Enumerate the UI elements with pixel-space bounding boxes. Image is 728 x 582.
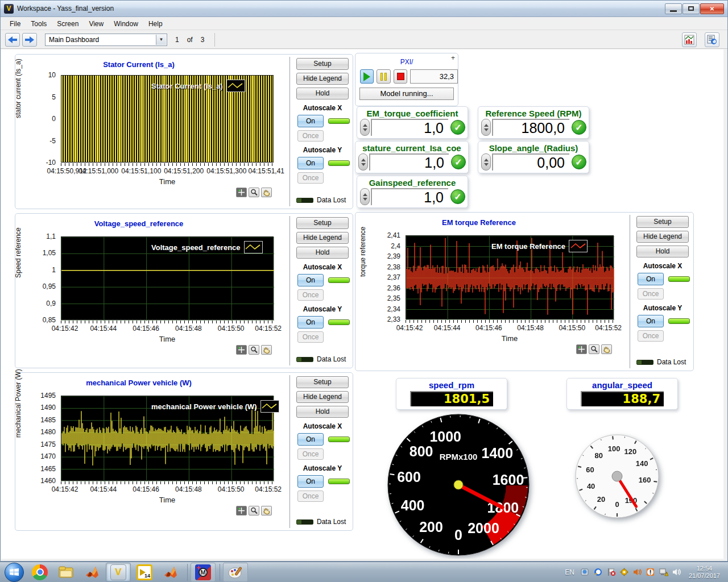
minimize-button[interactable] xyxy=(665,3,682,14)
menu-tools[interactable]: Tools xyxy=(26,18,51,30)
increment-decrement-spinner[interactable] xyxy=(481,119,491,136)
back-button[interactable] xyxy=(5,33,20,47)
accept-check-icon[interactable]: ✓ xyxy=(450,189,465,204)
hide-legend-button[interactable]: Hide Legend xyxy=(296,232,349,244)
autoscale-y-once-button[interactable]: Once xyxy=(297,172,324,184)
pause-button[interactable] xyxy=(377,69,390,84)
autoscale-x-once-button[interactable]: Once xyxy=(297,448,324,460)
menu-file[interactable]: File xyxy=(5,18,25,30)
forward-button[interactable] xyxy=(22,33,37,47)
zoom-tool-button[interactable] xyxy=(249,506,259,516)
chevron-down-icon[interactable]: ▼ xyxy=(156,35,166,45)
control-value-field[interactable]: 1,0 xyxy=(371,188,448,205)
autoscale-x-on-button[interactable]: On xyxy=(297,115,324,127)
autoscale-x-on-button[interactable]: On xyxy=(297,274,324,286)
language-indicator[interactable]: EN xyxy=(565,568,574,576)
hold-button[interactable]: Hold xyxy=(636,246,689,257)
plot-legend[interactable]: Stator Current (Is_a) xyxy=(151,80,245,92)
taskbar-matlab-2[interactable] xyxy=(158,563,183,582)
screen-dropdown[interactable]: Main Dashboard ▼ xyxy=(45,34,167,46)
autoscale-x-once-button[interactable]: Once xyxy=(638,288,664,300)
accept-check-icon[interactable]: ✓ xyxy=(572,155,586,169)
taskbar-labview[interactable]: 14 xyxy=(132,563,157,582)
autoscale-x-once-button[interactable]: Once xyxy=(297,289,324,301)
tray-speaker-icon[interactable] xyxy=(633,568,642,577)
zoom-tool-button[interactable] xyxy=(249,188,259,197)
autoscale-y-on-button[interactable]: On xyxy=(297,316,324,329)
menu-view[interactable]: View xyxy=(84,18,108,30)
console-tool-button[interactable] xyxy=(705,32,719,47)
setup-button[interactable]: Setup xyxy=(296,217,349,229)
accept-check-icon[interactable]: ✓ xyxy=(572,120,586,135)
menu-screen[interactable]: Screen xyxy=(52,18,83,30)
increment-decrement-spinner[interactable] xyxy=(481,153,491,171)
taskbar-chrome[interactable] xyxy=(27,563,52,582)
crosshair-tool-button[interactable] xyxy=(236,188,247,197)
autoscale-y-on-button[interactable]: On xyxy=(638,315,664,327)
expand-icon[interactable]: + xyxy=(451,54,455,62)
autoscale-y-on-button[interactable]: On xyxy=(297,157,324,169)
tray-volume-icon[interactable] xyxy=(672,568,681,577)
control-value-field[interactable]: 1,0 xyxy=(369,153,449,171)
control-value-field[interactable]: 0,00 xyxy=(492,153,569,171)
taskbar-veristand[interactable]: V xyxy=(106,563,131,582)
pan-tool-button[interactable] xyxy=(261,188,272,197)
increment-decrement-spinner[interactable] xyxy=(360,119,370,136)
hide-legend-button[interactable]: Hide Legend xyxy=(296,391,349,403)
clock[interactable]: 12:54 21/07/2017 xyxy=(685,565,723,580)
autoscale-y-once-button[interactable]: Once xyxy=(638,330,664,342)
deploy-run-button[interactable] xyxy=(360,69,374,84)
setup-button[interactable]: Setup xyxy=(636,216,689,228)
plot-legend[interactable]: mechanical Power vehicle (W) xyxy=(151,400,279,413)
crosshair-tool-button[interactable] xyxy=(236,345,247,355)
pan-tool-button[interactable] xyxy=(261,506,272,516)
zoom-tool-button[interactable] xyxy=(589,344,599,354)
menu-help[interactable]: Help xyxy=(144,18,167,30)
increment-decrement-spinner[interactable] xyxy=(360,188,370,205)
autoscale-x-on-button[interactable]: On xyxy=(297,433,324,446)
title-bar[interactable]: V Workspace - Yass_final_version ✕ xyxy=(1,1,727,17)
taskbar-paint[interactable] xyxy=(223,563,248,582)
hold-button[interactable]: Hold xyxy=(296,88,349,99)
model-status-button[interactable]: Model running... xyxy=(359,88,454,100)
zoom-tool-button[interactable] xyxy=(249,345,259,355)
close-button[interactable]: ✕ xyxy=(700,3,724,14)
setup-button[interactable]: Setup xyxy=(296,58,349,70)
plot-legend[interactable]: Voltage_speed_reference xyxy=(151,241,263,253)
autoscale-y-once-button[interactable]: Once xyxy=(297,331,324,343)
menu-window[interactable]: Window xyxy=(109,18,143,30)
taskbar-mplab[interactable]: M + xyxy=(191,563,216,582)
chart-tool-button[interactable] xyxy=(682,32,697,47)
accept-check-icon[interactable]: ✓ xyxy=(451,155,466,169)
accept-check-icon[interactable]: ✓ xyxy=(450,120,465,135)
control-value-field[interactable]: 1,0 xyxy=(371,119,448,136)
crosshair-tool-button[interactable] xyxy=(236,506,247,516)
start-button[interactable] xyxy=(5,563,24,582)
tray-alert-icon[interactable] xyxy=(646,568,655,577)
tray-program-icon[interactable] xyxy=(581,568,590,577)
increment-decrement-spinner[interactable] xyxy=(358,153,368,171)
tray-network-warning-icon[interactable]: ! xyxy=(659,568,668,577)
hold-button[interactable]: Hold xyxy=(296,247,349,259)
tray-action-center-icon[interactable] xyxy=(607,568,616,577)
app-icon[interactable]: V xyxy=(4,4,14,14)
autoscale-y-on-button[interactable]: On xyxy=(297,475,324,488)
hide-legend-button[interactable]: Hide Legend xyxy=(296,73,349,85)
control-value-field[interactable]: 1800,0 xyxy=(492,119,569,136)
taskbar-explorer[interactable] xyxy=(53,563,78,582)
tray-gear-icon[interactable] xyxy=(620,568,629,577)
setup-button[interactable]: Setup xyxy=(296,376,349,388)
stop-button[interactable] xyxy=(394,69,407,84)
taskbar-matlab[interactable] xyxy=(80,563,105,582)
autoscale-x-once-button[interactable]: Once xyxy=(297,130,324,142)
autoscale-x-on-button[interactable]: On xyxy=(638,273,664,285)
crosshair-tool-button[interactable] xyxy=(576,344,587,354)
tray-backup-icon[interactable] xyxy=(594,568,603,577)
restore-button[interactable] xyxy=(682,3,700,14)
plot-legend[interactable]: EM torque Reference xyxy=(491,240,588,252)
hold-button[interactable]: Hold xyxy=(296,406,349,418)
autoscale-y-once-button[interactable]: Once xyxy=(297,490,324,502)
hide-legend-button[interactable]: Hide Legend xyxy=(636,231,689,243)
pan-tool-button[interactable] xyxy=(601,344,612,354)
pan-tool-button[interactable] xyxy=(261,345,272,355)
